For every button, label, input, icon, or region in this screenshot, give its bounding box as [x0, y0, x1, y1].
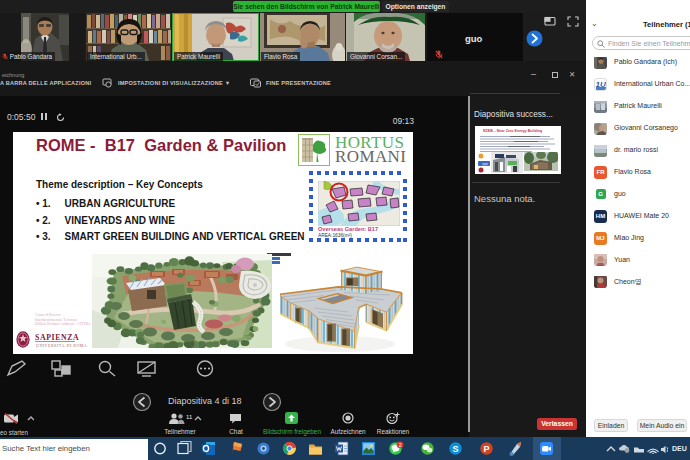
- svg-text:P: P: [484, 444, 490, 454]
- svg-text:2: 2: [399, 442, 402, 448]
- svg-text:11: 11: [186, 414, 193, 420]
- svg-text:PP: PP: [483, 162, 489, 167]
- svg-text:S: S: [453, 444, 459, 454]
